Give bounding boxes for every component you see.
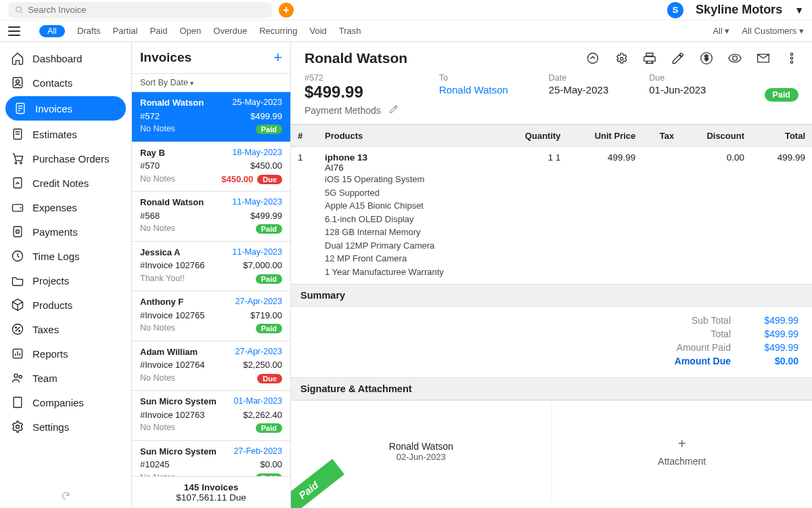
- filter-partial[interactable]: Partial: [113, 26, 138, 36]
- svg-point-3: [16, 80, 20, 83]
- line-total: 499.99: [751, 147, 812, 284]
- sidebar-item-label: Reports: [32, 348, 68, 360]
- sidebar-item-projects[interactable]: Projects: [0, 268, 131, 293]
- sidebar-item-products[interactable]: Products: [0, 293, 131, 317]
- svg-text:$: $: [704, 54, 708, 62]
- invoice-list-item[interactable]: Adam William27-Apr-2023#Invoice 102764$2…: [132, 341, 290, 391]
- more-icon[interactable]: [785, 51, 798, 65]
- invoice-list-item[interactable]: Sun Micro System27-Feb-2023#10245$0.00No…: [132, 441, 290, 477]
- collapse-icon[interactable]: [586, 51, 600, 65]
- print-icon[interactable]: [643, 51, 656, 65]
- sort-dropdown[interactable]: Sort By Date: [132, 74, 290, 92]
- org-avatar[interactable]: S: [667, 2, 683, 18]
- invoice-list[interactable]: Ronald Watson25-May-2023#572$499.99No No…: [132, 92, 290, 476]
- sidebar-item-companies[interactable]: Companies: [0, 390, 131, 415]
- contacts-icon: [11, 76, 24, 89]
- detail-title: Ronald Watson: [304, 50, 407, 66]
- status-badge: Paid: [765, 88, 798, 102]
- sidebar-item-taxes[interactable]: Taxes: [0, 317, 131, 341]
- add-invoice-button[interactable]: +: [273, 49, 282, 66]
- sidebar-item-label: Taxes: [32, 324, 59, 335]
- svg-point-37: [790, 54, 792, 56]
- sidebar-item-dashboard[interactable]: Dashboard: [0, 46, 131, 70]
- wallet-icon: [11, 200, 24, 214]
- filter-paid[interactable]: Paid: [150, 26, 167, 36]
- product-sku: AI76: [325, 163, 493, 173]
- line-items-table: # Products Quantity Unit Price Tax Disco…: [291, 125, 812, 284]
- sidebar-item-team[interactable]: Team: [0, 366, 131, 390]
- filter-all[interactable]: All: [39, 25, 65, 37]
- sidebar-item-reports[interactable]: Reports: [0, 341, 131, 366]
- payment-icon[interactable]: $: [700, 51, 713, 65]
- sidebar-item-settings[interactable]: Settings: [0, 415, 131, 439]
- sidebar-item-purchase-orders[interactable]: Purchase Orders: [0, 146, 131, 171]
- total-value: $499.99: [751, 329, 798, 339]
- org-chevron-icon[interactable]: ▼: [794, 5, 804, 16]
- credit-icon: [11, 176, 24, 190]
- invoice-list-column: Invoices + Sort By Date Ronald Watson25-…: [132, 42, 291, 508]
- svg-point-0: [16, 7, 22, 12]
- invoice-list-item[interactable]: Sun Micro System01-Mar-2023#Invoice 1027…: [132, 391, 290, 441]
- sidebar-item-invoices[interactable]: Invoices: [5, 96, 126, 121]
- refresh-icon[interactable]: [61, 491, 70, 503]
- list-footer: 145 Invoices $107,561.11 Due: [132, 476, 290, 508]
- col-tax: Tax: [642, 125, 681, 147]
- product-name: iphone 13: [325, 152, 493, 163]
- filter-open[interactable]: Open: [179, 26, 201, 36]
- line-discount: 0.00: [681, 147, 751, 284]
- invoice-list-item[interactable]: Ray B18-May-2023#570$450.00No Notes$450.…: [132, 142, 290, 192]
- filter-trash[interactable]: Trash: [339, 26, 361, 36]
- svg-line-1: [20, 11, 22, 13]
- filter-overdue[interactable]: Overdue: [213, 26, 247, 36]
- view-icon[interactable]: [728, 51, 742, 65]
- invoice-number: #572: [304, 73, 399, 83]
- to-name[interactable]: Ronald Watson: [439, 84, 508, 96]
- folder-icon: [11, 274, 24, 287]
- sidebar-item-label: Team: [32, 373, 58, 384]
- sidebar-item-time-logs[interactable]: Time Logs: [0, 244, 131, 268]
- menu-icon[interactable]: [8, 26, 20, 36]
- search-box[interactable]: [8, 2, 272, 18]
- sidebar-item-label: Dashboard: [32, 53, 82, 64]
- svg-point-20: [16, 327, 17, 329]
- sidebar: Dashboard Contacts Invoices Estimates Pu…: [0, 42, 132, 508]
- attachment-dropzone[interactable]: + Attachment: [552, 401, 813, 502]
- svg-point-26: [14, 374, 18, 377]
- paid-value: $499.99: [751, 342, 798, 353]
- home-icon: [11, 51, 24, 65]
- svg-rect-15: [14, 227, 22, 237]
- sidebar-item-expenses[interactable]: Expenses: [0, 195, 131, 219]
- product-description: iOS 15 Operating System 5G Supported App…: [325, 173, 493, 278]
- org-name[interactable]: Skyline Motors: [696, 3, 782, 17]
- edit-icon[interactable]: [671, 51, 685, 65]
- line-qty: 1 1: [500, 147, 568, 284]
- sidebar-item-label: Purchase Orders: [32, 153, 109, 165]
- search-input[interactable]: [28, 5, 265, 15]
- invoice-list-item[interactable]: Jessica A11-May-2023#Invoice 102766$7,00…: [132, 242, 290, 292]
- due-label: Due: [649, 73, 706, 83]
- filter-void[interactable]: Void: [310, 26, 327, 36]
- sidebar-item-contacts[interactable]: Contacts: [0, 70, 131, 95]
- sidebar-item-label: Time Logs: [32, 251, 79, 262]
- edit-payment-icon[interactable]: [389, 104, 399, 116]
- invoice-list-item[interactable]: Anthony F27-Apr-2023#Invoice 102765$719.…: [132, 291, 290, 341]
- gear-icon[interactable]: [614, 51, 628, 65]
- plus-icon: +: [678, 436, 686, 452]
- sidebar-item-label: Products: [32, 299, 72, 311]
- filter-recurring[interactable]: Recurring: [259, 26, 297, 36]
- sidebar-item-credit-notes[interactable]: Credit Notes: [0, 171, 131, 195]
- sidebar-item-payments[interactable]: Payments: [0, 219, 131, 244]
- list-title: Invoices: [140, 50, 191, 65]
- signature-block: Ronald Watson 02-Jun-2023: [291, 401, 552, 502]
- invoice-list-item[interactable]: Ronald Watson25-May-2023#572$499.99No No…: [132, 92, 290, 142]
- invoice-list-item[interactable]: Ronald Watson11-May-2023#568$499.99No No…: [132, 192, 290, 242]
- filter-scope[interactable]: All ▾: [713, 26, 729, 36]
- filter-drafts[interactable]: Drafts: [77, 26, 101, 36]
- add-button[interactable]: +: [279, 3, 294, 18]
- date-value: 25-May-2023: [549, 84, 608, 96]
- attachment-label: Attachment: [658, 456, 706, 467]
- sidebar-item-label: Settings: [32, 421, 69, 433]
- sidebar-item-estimates[interactable]: Estimates: [0, 122, 131, 146]
- filter-customers[interactable]: All Customers ▾: [742, 26, 804, 36]
- email-icon[interactable]: [757, 51, 770, 65]
